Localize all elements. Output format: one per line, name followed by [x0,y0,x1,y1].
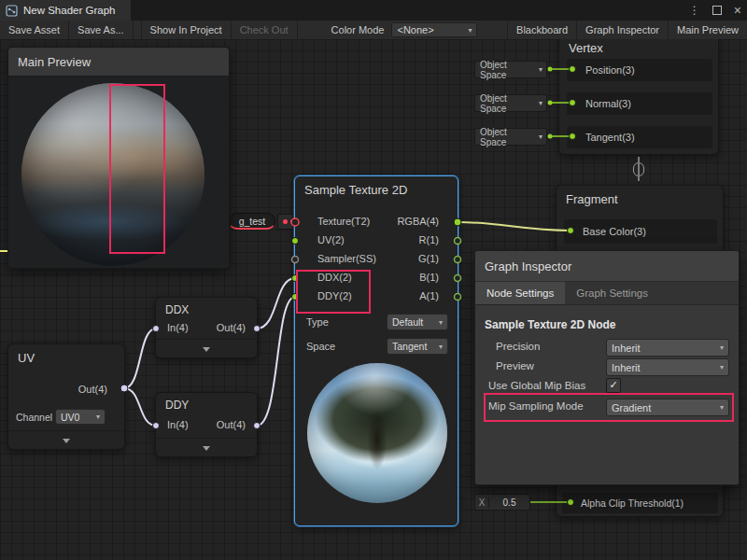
wire-ddx-to-sample [257,278,295,329]
vertex-node-title: Vertex [559,39,718,60]
title-bar: New Shader Graph ⋮ × [0,0,747,21]
ddy-node[interactable]: DDY In(4) Out(4) [155,392,258,457]
ddx-node-title: DDX [156,298,257,320]
save-asset-button[interactable]: Save Asset [0,21,69,39]
chevron-down-icon [203,446,210,451]
color-mode-label: Color Mode [326,21,390,39]
fragment-node-title: Fragment [557,186,723,211]
position-block[interactable]: Position(3) [567,59,712,81]
space-value: Tangent [392,341,427,352]
alpha-value[interactable]: 0.5 [489,497,529,508]
normal-block[interactable]: Normal(3) [567,92,712,115]
highlight-ddx-ddy-inputs [296,270,371,314]
shader-graph-icon [6,5,18,17]
graph-inspector-header[interactable]: Graph Inspector [475,251,739,282]
ddx-collapse-button[interactable] [156,339,257,358]
output-rgba-label: RGBA(4) [397,216,439,227]
tangent-space-dropdown[interactable]: Object Space ▾ [474,128,547,146]
check-out-button: Check Out [232,21,298,39]
more-icon[interactable]: ⋮ [689,4,700,17]
shader-graph-window: { "icons": { "more": "⋮", "close": "×", … [0,0,747,560]
precision-value: Inherit [612,343,641,354]
base-color-block[interactable]: Base Color(3) [564,219,717,244]
chevron-down-icon: ▾ [439,343,443,351]
port-tangent-space-out[interactable] [548,134,553,139]
uv-out-label: Out(4) [78,384,107,395]
wire-uv-to-ddx [124,329,156,388]
close-icon[interactable]: × [734,3,741,18]
chevron-down-icon [203,347,210,352]
uv-channel-label: Channel [16,412,55,423]
port-dot-icon [283,219,288,224]
preview-value: Inherit [612,362,641,373]
toolbar-right-group: Blackboard Graph Inspector Main Preview [507,21,747,39]
ddy-node-title: DDY [156,393,257,415]
alpha-clip-value-widget[interactable]: X 0.5 [474,494,530,511]
ddy-collapse-button[interactable] [156,438,257,457]
tab-node-settings[interactable]: Node Settings [475,282,565,304]
position-space-value: Object Space [480,60,535,80]
input-texture-label: Texture(T2) [317,216,370,227]
tangent-block[interactable]: Tangent(3) [567,126,712,148]
texture-property-port[interactable] [277,214,293,230]
preview-dropdown[interactable]: Inherit ▾ [606,358,729,376]
ddy-in-label: In(4) [167,419,189,430]
maximize-icon[interactable] [712,6,722,15]
input-uv-label: UV(2) [317,234,345,245]
texture-property-pill[interactable]: g_test [229,213,275,230]
uv-channel-value: UV0 [61,412,79,423]
save-as-button[interactable]: Save As... [69,21,134,39]
highlight-mip-sampling-mode [484,393,734,422]
alpha-clip-threshold-block[interactable]: Alpha Clip Threshold(1) [562,493,718,513]
chevron-down-icon: ▾ [439,318,443,327]
main-preview-toggle-button[interactable]: Main Preview [668,21,747,39]
precision-label: Precision [496,341,540,352]
type-dropdown[interactable]: Default ▾ [387,314,448,330]
ddx-node[interactable]: DDX In(4) Out(4) [155,297,258,358]
use-global-mip-bias-checkbox[interactable]: ✓ [606,378,621,393]
check-icon: ✓ [609,379,617,390]
output-a-label: A(1) [419,290,439,301]
uv-node-title: UV [8,344,124,370]
chevron-down-icon: ▾ [539,65,543,74]
precision-dropdown[interactable]: Inherit ▾ [606,339,729,357]
ddy-out-label: Out(4) [217,419,246,430]
show-in-project-button[interactable]: Show In Project [141,21,232,39]
document-tab[interactable]: New Shader Graph [0,0,131,21]
graph-inspector-panel[interactable]: Graph Inspector Node Settings Graph Sett… [474,250,740,485]
port-position-space-out[interactable] [548,67,553,72]
chevron-down-icon: ▾ [96,413,100,421]
sample-texture-preview-sphere [307,363,447,503]
graph-canvas[interactable]: Fragment Base Color(3) Alpha Clip Thresh… [0,39,747,560]
output-r-label: R(1) [419,234,439,245]
port-normal-space-out[interactable] [548,101,553,105]
main-preview-header[interactable]: Main Preview [8,48,229,77]
sample-texture-node-title: Sample Texture 2D [295,176,458,202]
tab-graph-settings[interactable]: Graph Settings [565,282,659,304]
mip-bias-label: Use Global Mip Bias [488,380,585,391]
preview-label: Preview [496,360,534,371]
wire-rgba-to-basecolor [458,222,571,231]
highlight-main-preview-region [109,84,165,254]
output-g-label: G(1) [418,253,439,264]
normal-space-value: Object Space [480,93,535,114]
wire-ddy-to-sample [257,297,295,426]
vertex-node[interactable]: Vertex Position(3) Normal(3) Tangent(3) [558,39,719,155]
uv-node[interactable]: UV Out(4) Channel UV0 ▾ [7,343,125,450]
space-dropdown[interactable]: Tangent ▾ [387,338,448,355]
position-space-dropdown[interactable]: Object Space ▾ [474,61,547,78]
chevron-down-icon [63,439,70,443]
blackboard-toggle-button[interactable]: Blackboard [507,21,576,39]
main-preview-title: Main Preview [18,55,91,69]
color-mode-dropdown[interactable]: <None> ▾ [391,22,477,37]
graph-inspector-toggle-button[interactable]: Graph Inspector [576,21,668,39]
uv-channel-dropdown[interactable]: UV0 ▾ [55,409,106,425]
input-sampler-label: Sampler(SS) [317,253,376,264]
window-controls: ⋮ × [689,0,741,21]
chevron-down-icon: ▾ [539,99,543,107]
uv-collapse-button[interactable] [8,430,124,450]
type-value: Default [392,316,423,328]
normal-space-dropdown[interactable]: Object Space ▾ [474,94,547,112]
sample-texture-2d-node[interactable]: Sample Texture 2D Texture(T2) UV(2) Samp… [294,175,458,526]
inspector-node-heading: Sample Texture 2D Node [485,318,615,331]
